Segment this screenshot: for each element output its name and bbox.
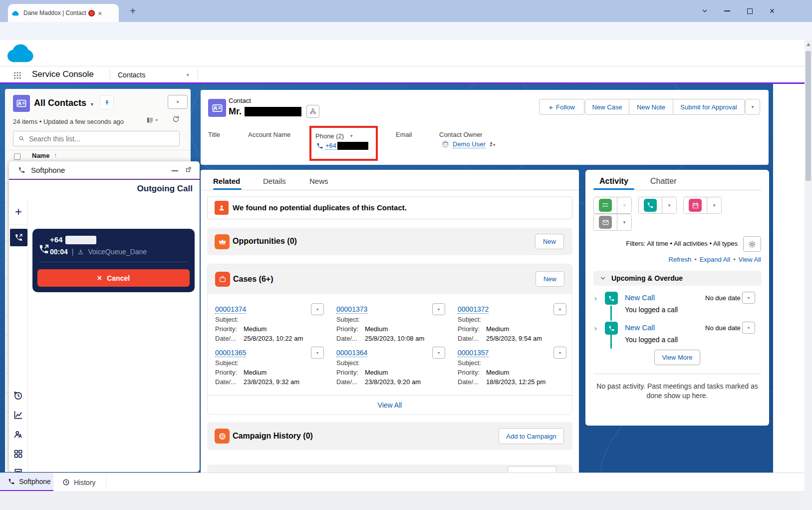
window-close-icon[interactable]: × <box>765 5 779 17</box>
column-name[interactable]: Name <box>32 152 49 159</box>
pin-list-icon[interactable] <box>100 95 114 109</box>
activity-title-link[interactable]: New Call <box>625 323 655 332</box>
activity-settings-gear-icon[interactable] <box>743 236 761 252</box>
window-dropdown-icon[interactable] <box>698 5 712 17</box>
log-call-button[interactable] <box>639 197 662 213</box>
case-row-dropdown[interactable]: ▾ <box>432 303 445 315</box>
case-number-link[interactable]: 00001357 <box>458 349 489 357</box>
call-history-icon[interactable] <box>13 390 23 401</box>
utility-bar: Softphone History <box>0 473 812 491</box>
tab-related[interactable]: Related <box>213 177 240 185</box>
select-all-checkbox[interactable] <box>14 153 20 160</box>
list-search[interactable] <box>13 131 180 146</box>
entity-label: Contact <box>229 97 251 104</box>
window-minimize-icon[interactable] <box>720 5 734 17</box>
record-detail-card: Related Details News We found no potenti… <box>201 170 579 473</box>
case-row-dropdown[interactable]: ▾ <box>432 347 445 359</box>
tab-contacts[interactable]: Contacts <box>118 71 145 79</box>
owner-link[interactable]: Demo User <box>453 140 486 148</box>
add-to-campaign-button[interactable]: Add to Campaign <box>499 428 564 444</box>
refresh-link[interactable]: Refresh <box>669 256 692 263</box>
popout-icon[interactable] <box>185 166 192 173</box>
new-note-button[interactable]: New Note <box>629 99 673 115</box>
tab-activity[interactable]: Activity <box>599 177 628 186</box>
case-number-link[interactable]: 00001372 <box>458 305 489 314</box>
email-button[interactable] <box>594 214 617 230</box>
tab-details[interactable]: Details <box>263 177 286 185</box>
utility-history-tab[interactable]: History <box>53 473 106 492</box>
tab-close-icon[interactable]: × <box>98 9 102 17</box>
opportunities-title[interactable]: Opportunities (0) <box>233 237 297 246</box>
phone-link[interactable]: +64 <box>325 142 336 150</box>
list-search-input[interactable] <box>29 135 169 143</box>
section-collapse-icon[interactable] <box>599 275 606 282</box>
case-number-link[interactable]: 00001374 <box>215 305 246 314</box>
view-all-link[interactable]: View All <box>739 256 761 263</box>
salesforce-logo <box>7 43 36 63</box>
view-more-button[interactable]: View More <box>654 350 700 365</box>
window-maximize-icon[interactable] <box>743 5 757 17</box>
cancel-call-button[interactable]: × Cancel <box>37 269 190 287</box>
view-all-link[interactable]: View All <box>378 401 402 409</box>
case-row-dropdown[interactable]: ▾ <box>311 347 324 359</box>
browser-scrollbar[interactable] <box>805 40 812 510</box>
activity-title-link[interactable]: New Call <box>625 293 655 302</box>
cases-title[interactable]: Cases (6+) <box>233 275 273 284</box>
list-view-title[interactable]: All Contacts <box>34 98 86 108</box>
email-dropdown-icon[interactable]: ▾ <box>617 214 631 230</box>
list-view-dropdown-icon[interactable]: ▾ <box>91 101 93 107</box>
new-case-button[interactable]: New Case <box>585 99 629 115</box>
event-dropdown-icon[interactable]: ▾ <box>707 197 721 213</box>
queue-name: VoiceQueue_Dane <box>88 248 147 256</box>
active-call-tab-icon[interactable] <box>10 229 27 246</box>
activity-dropdown[interactable]: ▾ <box>742 292 755 304</box>
history-clock-icon <box>62 479 70 486</box>
phone-value[interactable]: +64 <box>316 142 368 150</box>
list-actions-dropdown[interactable]: ▾ <box>168 95 188 109</box>
new-task-button[interactable] <box>594 197 617 213</box>
case-row-dropdown[interactable]: ▾ <box>311 303 324 315</box>
task-dropdown-icon[interactable]: ▾ <box>617 197 631 213</box>
call-dropdown-icon[interactable]: ▾ <box>662 197 676 213</box>
case-row-dropdown[interactable]: ▾ <box>553 303 566 315</box>
case-number-link[interactable]: 00001365 <box>215 349 246 357</box>
display-as-icon[interactable]: ▾ <box>146 116 158 124</box>
sort-asc-icon: ↑ <box>54 152 57 159</box>
utility-softphone-tab[interactable]: Softphone <box>0 473 53 492</box>
tab-border <box>593 190 761 190</box>
new-call-plus-icon[interactable]: + <box>9 199 28 225</box>
activity-dropdown[interactable]: ▾ <box>742 322 755 334</box>
case-number-link[interactable]: 00001364 <box>336 349 367 357</box>
dialpad-grid-icon[interactable] <box>13 449 23 459</box>
expand-item-icon[interactable]: › <box>594 324 597 332</box>
scrollbar-thumb[interactable] <box>806 51 811 181</box>
app-launcher-waffle-icon[interactable] <box>13 71 22 80</box>
contacts-object-icon <box>13 95 30 112</box>
follow-button[interactable]: +Follow <box>539 99 584 115</box>
contact-name-redaction <box>245 107 301 116</box>
hierarchy-icon[interactable] <box>306 105 319 118</box>
case-number-link[interactable]: 00001373 <box>336 305 367 314</box>
tab-news[interactable]: News <box>309 177 328 185</box>
new-event-button[interactable] <box>684 197 707 213</box>
campaign-history-title[interactable]: Campaign History (0) <box>233 432 313 441</box>
refresh-list-icon[interactable] <box>172 115 180 123</box>
new-opportunity-button[interactable]: New <box>535 234 564 249</box>
contacts-tab-dropdown-icon[interactable]: ▾ <box>187 72 189 77</box>
analytics-icon[interactable] <box>13 410 23 420</box>
minimize-icon[interactable] <box>172 170 178 171</box>
expand-item-icon[interactable]: › <box>594 294 597 302</box>
contacts-icon[interactable] <box>13 429 23 440</box>
scroll-up-arrow[interactable] <box>807 43 811 46</box>
browser-tab[interactable]: Dane Maddox | Contact | Sal × <box>8 4 119 22</box>
case-row-dropdown[interactable]: ▾ <box>553 347 566 359</box>
upcoming-overdue-section[interactable]: Upcoming & Overdue <box>593 271 761 286</box>
new-case-button[interactable]: New <box>536 271 564 287</box>
change-owner-icon[interactable] <box>489 141 496 148</box>
expand-all-link[interactable]: Expand All <box>700 256 730 263</box>
submit-approval-button[interactable]: Submit for Approval <box>673 99 745 115</box>
phone-dropdown-icon[interactable]: ▾ <box>350 133 353 138</box>
more-actions-dropdown[interactable]: ▾ <box>745 99 760 115</box>
tab-chatter[interactable]: Chatter <box>650 177 676 186</box>
new-tab-button[interactable]: + <box>127 5 139 17</box>
